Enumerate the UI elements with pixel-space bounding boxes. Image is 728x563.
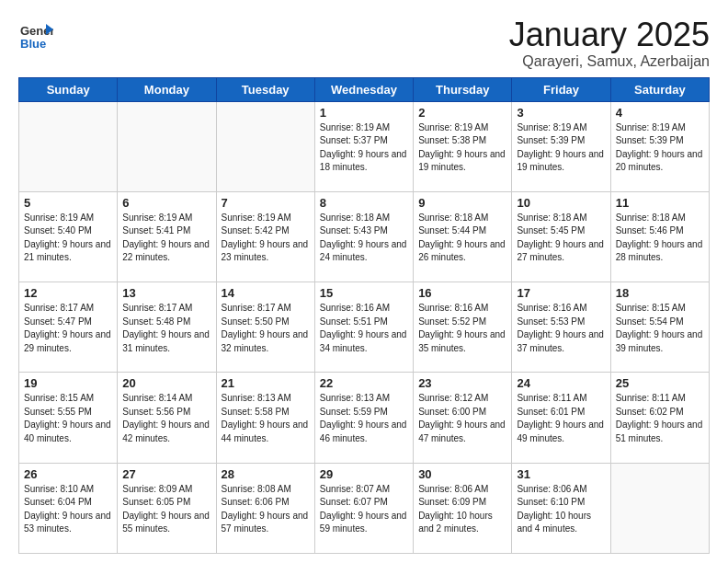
day-info: Sunrise: 8:19 AM Sunset: 5:37 PM Dayligh… [320,121,408,175]
day-number: 1 [320,106,408,120]
header: General Blue January 2025 Qarayeri, Samu… [18,17,710,70]
day-number: 29 [320,467,408,481]
day-number: 24 [517,376,605,390]
day-info: Sunrise: 8:17 AM Sunset: 5:47 PM Dayligh… [24,302,112,355]
day-cell: 22Sunrise: 8:13 AM Sunset: 5:59 PM Dayli… [314,373,413,463]
day-number: 19 [24,376,112,390]
day-info: Sunrise: 8:17 AM Sunset: 5:50 PM Dayligh… [222,302,310,355]
day-cell: 29Sunrise: 8:07 AM Sunset: 6:07 PM Dayli… [314,463,413,553]
day-number: 21 [222,376,310,390]
day-info: Sunrise: 8:06 AM Sunset: 6:10 PM Dayligh… [517,483,605,536]
day-info: Sunrise: 8:11 AM Sunset: 6:01 PM Dayligh… [517,392,605,445]
day-number: 4 [616,106,704,120]
calendar-table: Sunday Monday Tuesday Wednesday Thursday… [18,77,710,554]
day-cell: 8Sunrise: 8:18 AM Sunset: 5:43 PM Daylig… [314,191,413,282]
day-info: Sunrise: 8:13 AM Sunset: 5:59 PM Dayligh… [320,392,408,445]
calendar-page: General Blue January 2025 Qarayeri, Samu… [0,0,728,563]
title-area: January 2025 Qarayeri, Samux, Azerbaijan [509,17,710,70]
day-info: Sunrise: 8:06 AM Sunset: 6:09 PM Dayligh… [418,483,506,536]
day-cell: 28Sunrise: 8:08 AM Sunset: 6:06 PM Dayli… [216,463,314,553]
day-cell: 23Sunrise: 8:12 AM Sunset: 6:00 PM Dayli… [414,373,512,463]
day-info: Sunrise: 8:16 AM Sunset: 5:51 PM Dayligh… [320,302,408,355]
day-info: Sunrise: 8:09 AM Sunset: 6:05 PM Dayligh… [122,483,210,536]
day-info: Sunrise: 8:18 AM Sunset: 5:45 PM Dayligh… [517,212,605,265]
day-info: Sunrise: 8:19 AM Sunset: 5:39 PM Dayligh… [616,121,704,175]
day-cell: 19Sunrise: 8:15 AM Sunset: 5:55 PM Dayli… [19,373,118,463]
day-number: 3 [517,106,605,120]
day-number: 5 [24,196,112,210]
day-number: 22 [320,376,408,390]
day-cell: 18Sunrise: 8:15 AM Sunset: 5:54 PM Dayli… [610,282,709,373]
day-info: Sunrise: 8:18 AM Sunset: 5:44 PM Dayligh… [418,212,506,265]
day-info: Sunrise: 8:14 AM Sunset: 5:56 PM Dayligh… [122,392,210,445]
day-cell [19,101,118,191]
day-number: 12 [24,286,112,300]
day-number: 11 [616,196,704,210]
day-number: 15 [320,286,408,300]
day-cell [610,463,709,553]
day-cell: 20Sunrise: 8:14 AM Sunset: 5:56 PM Dayli… [118,373,216,463]
col-sunday: Sunday [19,77,118,101]
header-row: Sunday Monday Tuesday Wednesday Thursday… [19,77,710,101]
day-info: Sunrise: 8:10 AM Sunset: 6:04 PM Dayligh… [24,483,112,536]
day-cell: 3Sunrise: 8:19 AM Sunset: 5:39 PM Daylig… [512,101,610,191]
day-cell: 9Sunrise: 8:18 AM Sunset: 5:44 PM Daylig… [414,191,512,282]
month-title: January 2025 [509,17,710,53]
day-number: 7 [222,196,310,210]
day-cell: 30Sunrise: 8:06 AM Sunset: 6:09 PM Dayli… [414,463,512,553]
week-row-3: 12Sunrise: 8:17 AM Sunset: 5:47 PM Dayli… [19,282,710,373]
day-cell: 21Sunrise: 8:13 AM Sunset: 5:58 PM Dayli… [216,373,314,463]
day-number: 20 [122,376,210,390]
day-info: Sunrise: 8:18 AM Sunset: 5:43 PM Dayligh… [320,212,408,265]
day-cell: 27Sunrise: 8:09 AM Sunset: 6:05 PM Dayli… [118,463,216,553]
day-cell: 5Sunrise: 8:19 AM Sunset: 5:40 PM Daylig… [19,191,118,282]
day-cell: 25Sunrise: 8:11 AM Sunset: 6:02 PM Dayli… [610,373,709,463]
col-wednesday: Wednesday [314,77,413,101]
day-info: Sunrise: 8:15 AM Sunset: 5:54 PM Dayligh… [616,302,704,355]
logo-icon: General Blue [18,17,53,52]
day-cell: 12Sunrise: 8:17 AM Sunset: 5:47 PM Dayli… [19,282,118,373]
day-number: 30 [418,467,506,481]
day-number: 16 [418,286,506,300]
day-number: 13 [122,286,210,300]
day-number: 17 [517,286,605,300]
day-cell: 11Sunrise: 8:18 AM Sunset: 5:46 PM Dayli… [610,191,709,282]
col-friday: Friday [512,77,610,101]
day-info: Sunrise: 8:11 AM Sunset: 6:02 PM Dayligh… [616,392,704,445]
col-saturday: Saturday [610,77,709,101]
day-cell [118,101,216,191]
day-cell: 14Sunrise: 8:17 AM Sunset: 5:50 PM Dayli… [216,282,314,373]
day-cell: 16Sunrise: 8:16 AM Sunset: 5:52 PM Dayli… [414,282,512,373]
week-row-1: 1Sunrise: 8:19 AM Sunset: 5:37 PM Daylig… [19,101,710,191]
day-number: 27 [122,467,210,481]
day-cell: 6Sunrise: 8:19 AM Sunset: 5:41 PM Daylig… [118,191,216,282]
day-cell [216,101,314,191]
day-info: Sunrise: 8:19 AM Sunset: 5:41 PM Dayligh… [122,212,210,265]
day-info: Sunrise: 8:19 AM Sunset: 5:39 PM Dayligh… [517,121,605,175]
day-info: Sunrise: 8:15 AM Sunset: 5:55 PM Dayligh… [24,392,112,445]
day-cell: 31Sunrise: 8:06 AM Sunset: 6:10 PM Dayli… [512,463,610,553]
day-cell: 4Sunrise: 8:19 AM Sunset: 5:39 PM Daylig… [610,101,709,191]
day-number: 23 [418,376,506,390]
day-info: Sunrise: 8:18 AM Sunset: 5:46 PM Dayligh… [616,212,704,265]
day-cell: 24Sunrise: 8:11 AM Sunset: 6:01 PM Dayli… [512,373,610,463]
day-info: Sunrise: 8:19 AM Sunset: 5:38 PM Dayligh… [418,121,506,175]
day-cell: 15Sunrise: 8:16 AM Sunset: 5:51 PM Dayli… [314,282,413,373]
day-number: 14 [222,286,310,300]
week-row-4: 19Sunrise: 8:15 AM Sunset: 5:55 PM Dayli… [19,373,710,463]
day-info: Sunrise: 8:13 AM Sunset: 5:58 PM Dayligh… [222,392,310,445]
day-cell: 10Sunrise: 8:18 AM Sunset: 5:45 PM Dayli… [512,191,610,282]
col-tuesday: Tuesday [216,77,314,101]
day-number: 8 [320,196,408,210]
day-cell: 26Sunrise: 8:10 AM Sunset: 6:04 PM Dayli… [19,463,118,553]
logo: General Blue [18,17,53,52]
day-info: Sunrise: 8:19 AM Sunset: 5:42 PM Dayligh… [222,212,310,265]
day-number: 6 [122,196,210,210]
day-cell: 13Sunrise: 8:17 AM Sunset: 5:48 PM Dayli… [118,282,216,373]
day-number: 31 [517,467,605,481]
day-info: Sunrise: 8:17 AM Sunset: 5:48 PM Dayligh… [122,302,210,355]
col-thursday: Thursday [414,77,512,101]
day-info: Sunrise: 8:07 AM Sunset: 6:07 PM Dayligh… [320,483,408,536]
day-info: Sunrise: 8:12 AM Sunset: 6:00 PM Dayligh… [418,392,506,445]
day-number: 2 [418,106,506,120]
